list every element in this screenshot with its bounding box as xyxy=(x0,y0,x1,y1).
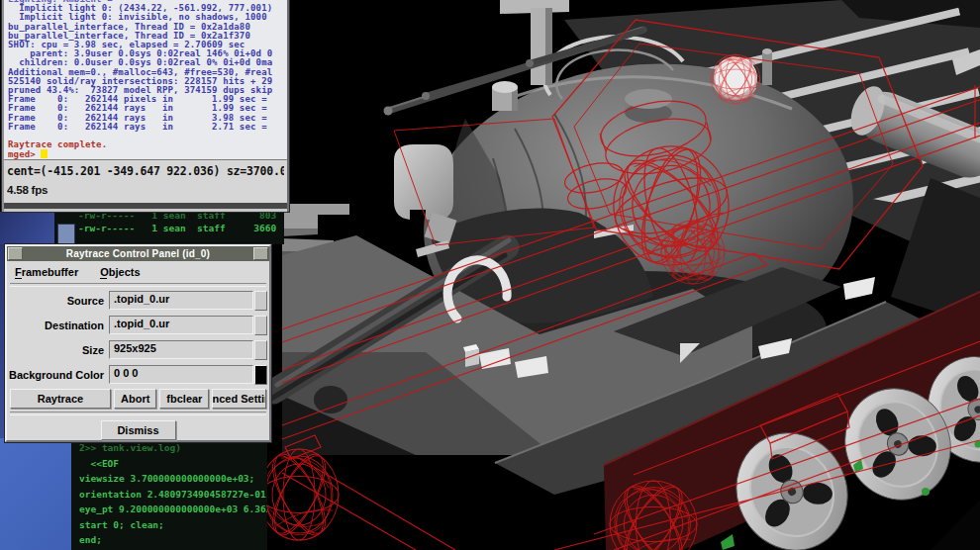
destination-menu-button[interactable] xyxy=(254,316,267,335)
panel-button-row: Raytrace Abort fbclear Advanced Settings… xyxy=(7,387,269,411)
desktop-corner xyxy=(0,438,71,550)
menu-framebuffer[interactable]: Framebuffer xyxy=(13,266,80,278)
xterm-scrollbar[interactable] xyxy=(57,224,75,244)
xterm-script-line: eye_pt 9.200000000000000e+03 6.363 xyxy=(79,502,267,517)
fbclear-button[interactable]: fbclear xyxy=(159,389,209,409)
field-row-background-color: Background Color 0 0 0 xyxy=(7,362,269,387)
mged-output-area[interactable]: Lighting: Ambient = Implicit light 0: (2… xyxy=(4,0,287,159)
source-input[interactable]: .topid_0.ur xyxy=(109,291,253,310)
text-cursor xyxy=(41,149,48,158)
raytrace-button[interactable]: Raytrace xyxy=(10,389,111,409)
size-input[interactable]: 925x925 xyxy=(109,340,253,359)
menu-objects[interactable]: Objects xyxy=(98,266,142,278)
panel-title: Raytrace Control Panel (id_0) xyxy=(24,248,252,259)
size-label: Size xyxy=(9,344,109,356)
mged-command-window[interactable]: Lighting: Ambient = Implicit light 0: (2… xyxy=(2,0,289,212)
xterm-window[interactable]: -rw-r----- 1 sean staff 803 -rw-r----- 1… xyxy=(54,212,284,244)
background-color-input[interactable]: 0 0 0 xyxy=(109,365,253,384)
panel-menu-bar: Framebuffer Objects xyxy=(7,261,269,282)
field-row-size: Size 925x925 xyxy=(7,337,269,362)
terminal-line: Lighting: Ambient = xyxy=(8,0,287,4)
separator xyxy=(10,412,266,415)
xterm-script-line: 2>> tank.view.log) xyxy=(79,440,267,456)
destination-input[interactable]: .topid_0.ur xyxy=(109,316,253,334)
window-menu-button[interactable] xyxy=(8,247,23,260)
dismiss-button[interactable]: Dismiss xyxy=(101,420,176,440)
destination-label: Destination xyxy=(9,320,109,331)
background-color-label: Background Color xyxy=(9,369,109,381)
xterm-window-bottom[interactable]: 2>> tank.view.log) <<EOF viewsize 3.7000… xyxy=(71,438,267,550)
source-label: Source xyxy=(9,295,109,307)
xterm-ls-line: -rw-r----- 1 sean staff 803 xyxy=(78,212,284,222)
panel-title-bar[interactable]: Raytrace Control Panel (id_0) xyxy=(7,246,269,261)
xterm-script-line: orientation 2.480973490458727e-01 4 xyxy=(79,487,267,503)
raytrace-complete-message: Raytrace complete. xyxy=(8,140,287,149)
field-row-destination: Destination .topid_0.ur xyxy=(7,313,269,337)
background-color-swatch-button[interactable] xyxy=(254,365,267,385)
desktop: -rw-r----- 1 sean staff 803 -rw-r----- 1… xyxy=(0,0,980,550)
xterm-script-line: start 0; clean; xyxy=(79,517,267,533)
window-bottom-bevel xyxy=(4,203,287,212)
window-maximize-button[interactable] xyxy=(253,247,268,260)
separator xyxy=(10,283,266,287)
terminal-line: Frame 0: 262144 rays in 2.71 sec = xyxy=(8,123,287,132)
mged-prompt[interactable]: mged> xyxy=(8,149,287,159)
mged-status-bar: cent=(-415.201 -349.647 922.036) sz=3700… xyxy=(4,159,287,203)
advanced-settings-button[interactable]: Advanced Settings... xyxy=(212,389,266,409)
source-menu-button[interactable] xyxy=(254,291,267,311)
raytrace-control-panel[interactable]: Raytrace Control Panel (id_0) Framebuffe… xyxy=(5,244,271,442)
size-menu-button[interactable] xyxy=(254,340,267,360)
xterm-script-line: end; xyxy=(79,532,267,548)
field-row-source: Source .topid_0.ur xyxy=(7,288,269,313)
abort-button[interactable]: Abort xyxy=(114,389,156,409)
xterm-script-line: <<EOF xyxy=(79,456,267,472)
desktop-strip-top xyxy=(0,212,54,244)
xterm-ls-line: -rw-r----- 1 sean staff 3660 xyxy=(78,222,284,234)
fps-readout: 4.58 fps xyxy=(7,181,284,200)
view-center-readout: cent=(-415.201 -349.647 922.036) sz=3700… xyxy=(7,162,284,181)
xterm-script-line: viewsize 3.700000000000000e+03; xyxy=(79,471,267,487)
